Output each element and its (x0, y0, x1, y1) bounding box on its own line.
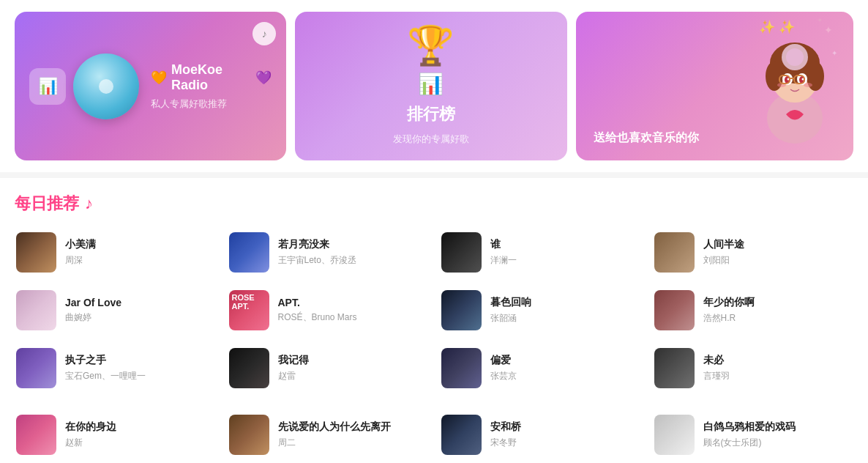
rankings-banner[interactable]: 🏆 📊 排行榜 发现你的专属好歌 (295, 12, 566, 160)
song-thumbnail (229, 348, 269, 388)
song-info: 年少的你啊 浩然H.R (703, 296, 755, 325)
song-artist: ROSÉ、Bruno Mars (278, 311, 357, 324)
song-thumbnail (441, 232, 482, 273)
song-artist: 赵雷 (278, 370, 309, 382)
song-artist: 赵新 (65, 437, 116, 449)
radio-icon-box: 📊 (29, 68, 66, 105)
song-artist: 王宇宙Leto、乔浚丞 (278, 254, 356, 267)
radio-banner[interactable]: 📊 🧡 MoeKoe Radio 💜 私人专属好歌推荐 ♪ (15, 12, 286, 160)
song-artist: 顾名(女士乐团) (703, 437, 796, 449)
song-thumbnail (229, 232, 269, 273)
songs-bottom-row: 在你的身边 赵新 先说爱的人为什么先离开 周二 安和桥 宋冬野 白鸽乌鸦相爱的戏… (0, 406, 868, 463)
song-thumbnail (654, 415, 695, 455)
song-name: 人间半途 (703, 238, 744, 251)
song-thumbnail (441, 348, 482, 388)
gift-subtitle-area: 送给也喜欢音乐的你 (594, 57, 699, 146)
song-item[interactable]: ROSEAPT. APT. ROSÉ、Bruno Mars (222, 281, 435, 339)
music-note-decoration: ♪ (85, 194, 93, 213)
song-thumbnail (16, 348, 56, 388)
song-info: 人间半途 刘阳阳 (703, 238, 744, 267)
radio-text-area: 🧡 MoeKoe Radio 💜 私人专属好歌推荐 (151, 62, 272, 111)
song-name: 暮色回响 (490, 296, 531, 309)
heart-left-icon: 🧡 (151, 70, 167, 86)
radio-subtitle: 私人专属好歌推荐 (151, 97, 272, 111)
song-thumbnail (441, 290, 482, 330)
song-info: 未必 言瑾羽 (703, 354, 730, 382)
song-artist: 刘阳阳 (703, 254, 744, 267)
song-info: 我记得 赵雷 (278, 354, 309, 382)
song-name: 在你的身边 (65, 421, 116, 434)
song-info: 暮色回响 张韶涵 (490, 296, 531, 325)
song-thumbnail (654, 348, 695, 388)
song-item[interactable]: 未必 言瑾羽 (647, 339, 860, 397)
song-item[interactable]: 谁 洋澜一 (434, 223, 647, 281)
song-name: 白鸽乌鸦相爱的戏码 (703, 421, 796, 434)
song-item[interactable]: 偏爱 张芸京 (434, 339, 647, 397)
song-item[interactable]: 人间半途 刘阳阳 (647, 223, 860, 281)
song-info: 安和桥 宋冬野 (490, 421, 521, 449)
daily-title-text: 每日推荐 (15, 193, 79, 215)
music-note-icon: ♪ (262, 28, 267, 40)
song-artist: 周深 (65, 254, 96, 267)
gift-subtitle: 送给也喜欢音乐的你 (594, 130, 699, 146)
song-thumbnail (16, 415, 56, 455)
song-thumbnail (16, 290, 56, 330)
song-name: 执子之手 (65, 354, 146, 367)
song-item[interactable]: 小美满 周深 (9, 223, 222, 281)
rank-subtitle: 发现你的专属好歌 (393, 133, 469, 146)
song-name: Jar Of Love (65, 297, 121, 308)
top-banners: 📊 🧡 MoeKoe Radio 💜 私人专属好歌推荐 ♪ 🏆 📊 排行榜 发现… (0, 0, 868, 172)
song-name: 小美满 (65, 238, 96, 251)
song-artist: 张芸京 (490, 370, 517, 382)
song-name: 谁 (490, 238, 517, 251)
song-name: 先说爱的人为什么先离开 (278, 421, 391, 434)
song-artist: 周二 (278, 437, 391, 449)
song-info: 先说爱的人为什么先离开 周二 (278, 421, 391, 449)
song-info: 若月亮没来 王宇宙Leto、乔浚丞 (278, 238, 356, 267)
radio-title: 🧡 MoeKoe Radio 💜 (151, 62, 272, 93)
radio-disc-area: 📊 (29, 53, 139, 119)
song-name: 未必 (703, 354, 730, 367)
song-info: 偏爱 张芸京 (490, 354, 517, 382)
song-name: 安和桥 (490, 421, 521, 434)
song-item[interactable]: 执子之手 宝石Gem、一哩哩一 (9, 339, 222, 397)
svg-text:✦: ✦ (817, 16, 823, 24)
radio-disc (73, 53, 139, 119)
song-item[interactable]: 白鸽乌鸦相爱的戏码 顾名(女士乐团) (647, 406, 860, 463)
song-info: 小美满 周深 (65, 238, 96, 267)
song-item[interactable]: 我记得 赵雷 (222, 339, 435, 397)
svg-text:✦: ✦ (824, 24, 833, 36)
trophy-icon: 🏆 (407, 26, 454, 64)
song-thumbnail (654, 232, 695, 273)
song-item[interactable]: 年少的你啊 浩然H.R (647, 281, 860, 339)
song-item[interactable]: 安和桥 宋冬野 (434, 406, 647, 463)
song-info: 执子之手 宝石Gem、一哩哩一 (65, 354, 146, 382)
song-item[interactable]: 暮色回响 张韶涵 (434, 281, 647, 339)
daily-section-title: 每日推荐 ♪ (15, 193, 853, 215)
song-artist: 言瑾羽 (703, 370, 730, 382)
song-artist: 浩然H.R (703, 312, 755, 325)
song-name: 偏爱 (490, 354, 517, 367)
song-info: Jar Of Love 曲婉婷 (65, 297, 121, 324)
bar-chart-icon: 📊 (38, 77, 58, 96)
rank-bar-icon: 📊 (418, 72, 444, 96)
rank-title: 排行榜 (407, 103, 455, 125)
song-item[interactable]: Jar Of Love 曲婉婷 (9, 281, 222, 339)
svg-text:✦: ✦ (831, 49, 837, 57)
song-name: 年少的你啊 (703, 296, 755, 309)
song-thumbnail (441, 415, 482, 455)
play-note-button[interactable]: ♪ (252, 22, 276, 45)
song-artist: 洋澜一 (490, 254, 517, 267)
song-info: 在你的身边 赵新 (65, 421, 116, 449)
song-thumbnail (229, 415, 269, 455)
radio-title-text: MoeKoe Radio (171, 62, 251, 93)
song-info: 白鸽乌鸦相爱的戏码 顾名(女士乐团) (703, 421, 796, 449)
songs-grid: 小美满 周深 若月亮没来 王宇宙Leto、乔浚丞 谁 洋澜一 人间半途 刘阳阳 (0, 223, 868, 406)
daily-section-header: 每日推荐 ♪ (0, 178, 868, 223)
song-item[interactable]: 先说爱的人为什么先离开 周二 (222, 406, 435, 463)
gift-banner[interactable]: ✨ ✨ (576, 12, 853, 160)
song-item[interactable]: 在你的身边 赵新 (9, 406, 222, 463)
song-thumbnail (654, 290, 695, 330)
song-name: APT. (278, 297, 357, 308)
song-item[interactable]: 若月亮没来 王宇宙Leto、乔浚丞 (222, 223, 435, 281)
